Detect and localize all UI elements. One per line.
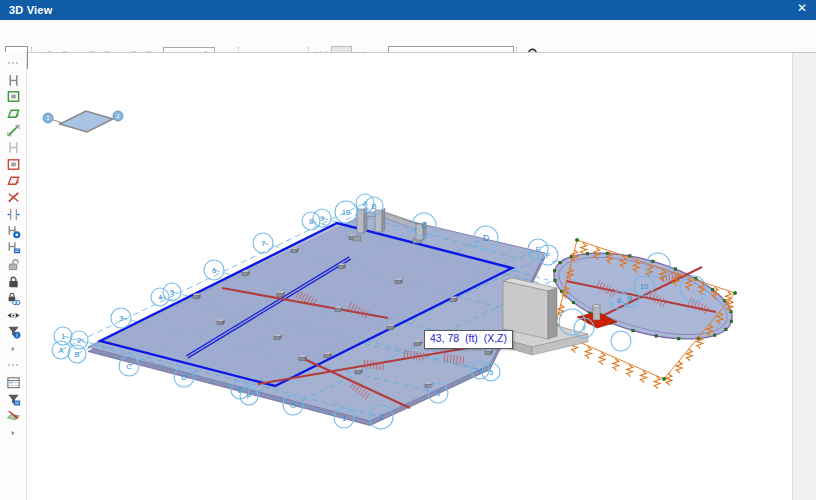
sidebar-load-table-button[interactable] <box>5 374 21 390</box>
svg-text:5: 5 <box>489 368 493 377</box>
svg-text:4: 4 <box>478 366 482 375</box>
svg-text:C: C <box>126 362 132 371</box>
svg-text:9: 9 <box>628 294 632 303</box>
svg-text:B: B <box>371 202 376 211</box>
svg-text:7: 7 <box>582 324 586 333</box>
svg-text:G: G <box>290 401 296 410</box>
right-gutter <box>792 53 816 500</box>
svg-text:3: 3 <box>436 389 440 398</box>
sidebar-filter-results-button[interactable] <box>5 391 21 407</box>
sidebar-node-spacing-button[interactable] <box>5 206 21 222</box>
svg-text:2: 2 <box>77 336 81 345</box>
sidebar-plate-red-button[interactable] <box>5 156 21 172</box>
window-title: 3D View <box>0 4 52 16</box>
svg-text:2: 2 <box>379 412 384 422</box>
svg-text:5: 5 <box>170 288 174 297</box>
svg-text:C: C <box>421 220 427 230</box>
sidebar-plate-green-button[interactable] <box>5 89 21 105</box>
expand-icon[interactable] <box>5 425 21 441</box>
sidebar-filter-info-button[interactable]: i <box>5 324 21 340</box>
svg-text:7: 7 <box>261 239 265 248</box>
sidebar-member-green-button[interactable] <box>5 123 21 139</box>
svg-text:9: 9 <box>320 214 324 223</box>
svg-text:6: 6 <box>212 266 216 275</box>
svg-text:1: 1 <box>61 332 65 341</box>
svg-text:1: 1 <box>342 414 346 423</box>
sidebar-lock-visibility-button[interactable] <box>5 290 21 306</box>
3d-viewport[interactable]: 12 <box>28 53 816 500</box>
grip-icon <box>5 357 21 373</box>
coordinate-tooltip: 43, 78 (ft) (X,Z) <box>424 330 513 349</box>
window-titlebar: 3D View ✕ <box>0 0 816 20</box>
sidebar-member-database-button[interactable] <box>5 240 21 256</box>
sidebar-lock-closed-button[interactable] <box>5 274 21 290</box>
svg-text:4: 4 <box>158 293 162 302</box>
svg-text:B: B <box>74 350 79 359</box>
selection-toolbar: i <box>0 52 27 500</box>
mini-plate-element[interactable] <box>48 111 118 132</box>
svg-text:10: 10 <box>342 208 350 217</box>
close-icon[interactable]: ✕ <box>797 1 807 15</box>
svg-text:D: D <box>181 373 187 382</box>
sidebar-visibility-eye-button[interactable] <box>5 307 21 323</box>
svg-text:10: 10 <box>640 282 648 291</box>
view-toolbar: ↺+X↻-X↺+Y↻-Y↺+Z↻-Z ° ▼ ISO PLN ▼ ▼ Type … <box>0 20 816 52</box>
sidebar-member-red-button[interactable] <box>5 190 21 206</box>
sidebar-surface-green-button[interactable] <box>5 106 21 122</box>
sidebar-beam-section-gray-button[interactable] <box>5 139 21 155</box>
svg-text:3: 3 <box>119 314 123 323</box>
sidebar-member-properties-button[interactable] <box>5 223 21 239</box>
expand-icon[interactable] <box>5 341 21 357</box>
svg-text:F: F <box>546 251 551 260</box>
svg-text:A: A <box>58 346 63 355</box>
svg-text:D: D <box>483 233 489 243</box>
sidebar-lock-open-button[interactable] <box>5 257 21 273</box>
grip-icon <box>5 55 21 71</box>
svg-text:8: 8 <box>617 296 621 305</box>
sidebar-section-cut-button[interactable] <box>5 408 21 424</box>
sidebar-beam-section-button[interactable] <box>5 72 21 88</box>
sidebar-surface-red-button[interactable] <box>5 173 21 189</box>
svg-text:F: F <box>247 392 252 401</box>
